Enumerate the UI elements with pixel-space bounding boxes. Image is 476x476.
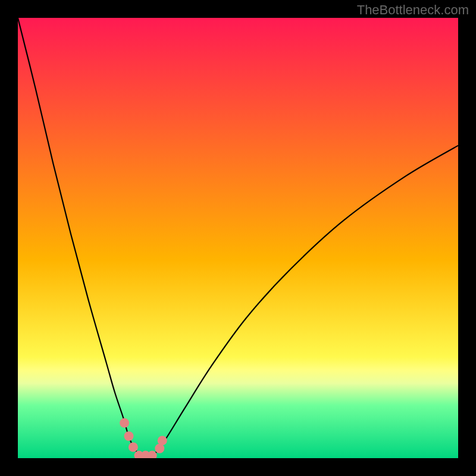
gradient-background (18, 18, 458, 458)
chart-area (18, 18, 458, 458)
marker-dot (124, 431, 133, 441)
watermark-text: TheBottleneck.com (357, 2, 469, 18)
marker-dot (120, 418, 129, 428)
marker-dot (158, 436, 167, 445)
marker-dot (129, 443, 138, 452)
bottleneck-chart (18, 18, 458, 458)
